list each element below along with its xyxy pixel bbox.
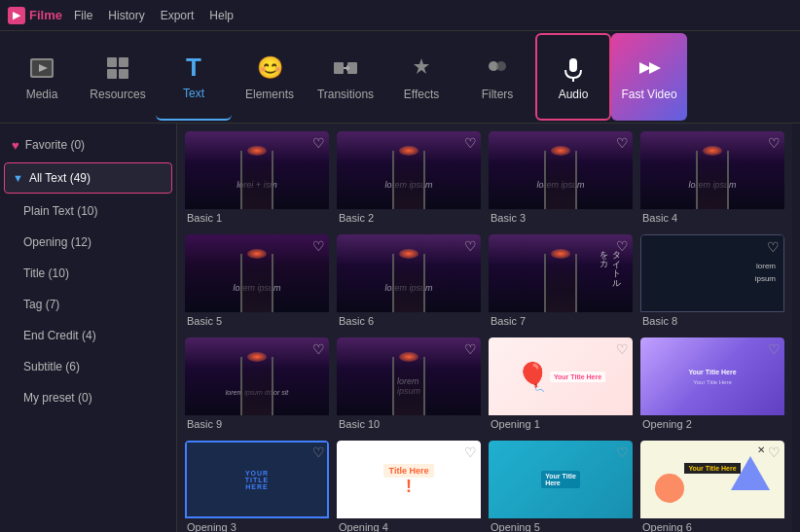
opening2-subtitle-text: Your Title Here [693,379,731,385]
card-thumb-basic9: lorem ipsum dolor sit ♡ [185,337,329,415]
toolbar-resources[interactable]: Resources [80,33,156,121]
card-thumb-opening6: Your Title Here ✕ ♡ [640,441,784,518]
opening3-title-text: YOUR TITLE HERE [245,470,269,490]
sidebar-item-my-preset[interactable]: My preset (0) [0,382,176,413]
card-basic2[interactable]: lorem ipsum ♡ Basic 2 [337,131,481,227]
sidebar-item-tag[interactable]: Tag (7) [0,289,176,320]
favorite-btn-basic5[interactable]: ♡ [312,238,325,254]
transitions-icon [330,53,361,84]
menu-export[interactable]: Export [161,9,195,22]
text-icon: T [178,52,209,83]
card-thumb-basic7: タイトルをカ ♡ [489,234,633,312]
toolbar-text-label: Text [183,87,204,100]
logo-icon: ▶ [8,7,25,24]
cards-grid: lorei + ism ♡ Basic 1 lorem ipsum ♡ Basi… [185,131,784,532]
toolbar-audio[interactable]: Audio [535,33,611,121]
card-label-opening1: Opening 1 [489,415,633,433]
favorite-btn-basic3[interactable]: ♡ [616,135,629,151]
card-opening2[interactable]: Your Title Here Your Title Here ♡ Openin… [640,337,784,433]
sidebar-item-opening[interactable]: Opening (12) [0,227,176,258]
balloon-icon: 🎈 [516,361,550,393]
card-basic8[interactable]: loremipsum ♡ Basic 8 [640,234,784,330]
scrollbar[interactable] [792,124,800,532]
svg-rect-5 [107,69,117,79]
menu-help[interactable]: Help [209,9,234,22]
sidebar-title-label: Title (10) [23,266,69,280]
app-name: Filme [29,8,62,22]
favorite-btn-opening4[interactable]: ♡ [464,444,477,460]
card-text-basic8: loremipsum [755,261,776,286]
toolbar-elements-label: Elements [245,88,294,101]
toolbar-text[interactable]: T Text [156,33,232,121]
toolbar-filters[interactable]: Filters [459,33,535,121]
card-text-basic6: lorem ipsum [384,283,432,293]
sidebar-opening-label: Opening (12) [23,235,91,249]
card-text-basic10: loremipsum [397,376,420,396]
favorite-btn-basic10[interactable]: ♡ [464,341,477,357]
sidebar-item-favorite[interactable]: ♥ Favorite (0) [0,129,176,160]
card-text-basic2: lorem ipsum [384,180,432,190]
svg-rect-7 [334,62,344,74]
card-label-basic3: Basic 3 [489,209,633,227]
card-opening3[interactable]: YOUR TITLE HERE ♡ Opening 3 [185,441,329,532]
svg-rect-12 [569,58,577,72]
card-opening1[interactable]: 🎈 Your Title Here ♡ Opening 1 [489,337,633,433]
card-basic6[interactable]: lorem ipsum ♡ Basic 6 [337,234,481,330]
svg-rect-4 [119,57,128,67]
favorite-btn-basic6[interactable]: ♡ [464,238,477,254]
card-label-basic4: Basic 4 [640,209,784,227]
card-label-basic9: Basic 9 [185,415,329,433]
toolbar-media[interactable]: Media [4,33,80,121]
card-basic10[interactable]: loremipsum ♡ Basic 10 [337,337,481,433]
sidebar-item-end-credit[interactable]: End Credit (4) [0,320,176,351]
elements-icon: 😊 [254,53,285,84]
card-opening6[interactable]: Your Title Here ✕ ♡ Opening 6 [640,441,784,532]
toolbar-transitions[interactable]: Transitions [308,33,383,121]
card-thumb-opening5: Your TitleHere ♡ [489,441,633,518]
sidebar-item-title[interactable]: Title (10) [0,258,176,289]
card-label-opening6: Opening 6 [640,518,784,532]
card-text-basic5: lorem ipsum [233,283,280,293]
opening1-title-text: Your Title Here [550,372,605,382]
card-label-opening5: Opening 5 [489,518,633,532]
opening2-title-text: Your Title Here [688,369,736,375]
favorite-btn-opening2[interactable]: ♡ [768,341,781,357]
card-opening4[interactable]: Title Here ! ♡ Opening 4 [337,441,481,532]
card-basic7[interactable]: タイトルをカ ♡ Basic 7 [489,234,633,330]
card-thumb-opening2: Your Title Here Your Title Here ♡ [640,337,784,415]
sidebar-all-text-label: All Text (49) [29,171,91,185]
favorite-btn-opening1[interactable]: ♡ [616,341,629,357]
card-text-basic3: lorem ipsum [536,180,584,190]
card-basic5[interactable]: lorem ipsum ♡ Basic 5 [185,234,329,330]
card-basic9[interactable]: lorem ipsum dolor sit ♡ Basic 9 [185,337,329,433]
favorite-btn-opening5[interactable]: ♡ [616,444,629,460]
sidebar-item-all-text[interactable]: ▼ All Text (49) [4,162,172,194]
favorite-btn-basic9[interactable]: ♡ [312,341,325,357]
toolbar-audio-label: Audio [559,88,589,101]
sidebar-item-plain-text[interactable]: Plain Text (10) [0,195,176,227]
favorite-btn-opening6[interactable]: ♡ [768,444,781,460]
toolbar-effects[interactable]: Effects [383,33,459,121]
menu-file[interactable]: File [74,9,92,22]
card-thumb-basic8: loremipsum ♡ [640,234,784,312]
favorite-btn-basic4[interactable]: ♡ [768,135,781,151]
favorite-btn-basic7[interactable]: ♡ [616,238,629,254]
sidebar-item-subtitle[interactable]: Subtitle (6) [0,351,176,382]
favorite-btn-opening3[interactable]: ♡ [312,444,325,460]
card-basic3[interactable]: lorem ipsum ♡ Basic 3 [489,131,633,227]
content-area: lorei + ism ♡ Basic 1 lorem ipsum ♡ Basi… [177,124,792,532]
opening4-title-text: Title Here ! [383,464,435,495]
toolbar-fast-video[interactable]: Fast Video [611,33,687,121]
card-text-basic4: lorem ipsum [688,180,736,190]
card-thumb-opening4: Title Here ! ♡ [337,441,481,518]
favorite-btn-basic8[interactable]: ♡ [767,239,780,255]
card-opening5[interactable]: Your TitleHere ♡ Opening 5 [489,441,633,532]
svg-point-11 [496,61,506,71]
card-basic4[interactable]: lorem ipsum ♡ Basic 4 [640,131,784,227]
favorite-btn-basic2[interactable]: ♡ [464,135,477,151]
card-label-opening3: Opening 3 [185,518,329,532]
menu-history[interactable]: History [108,9,144,22]
favorite-btn-basic1[interactable]: ♡ [312,135,325,151]
card-basic1[interactable]: lorei + ism ♡ Basic 1 [185,131,329,227]
toolbar-elements[interactable]: 😊 Elements [232,33,308,121]
